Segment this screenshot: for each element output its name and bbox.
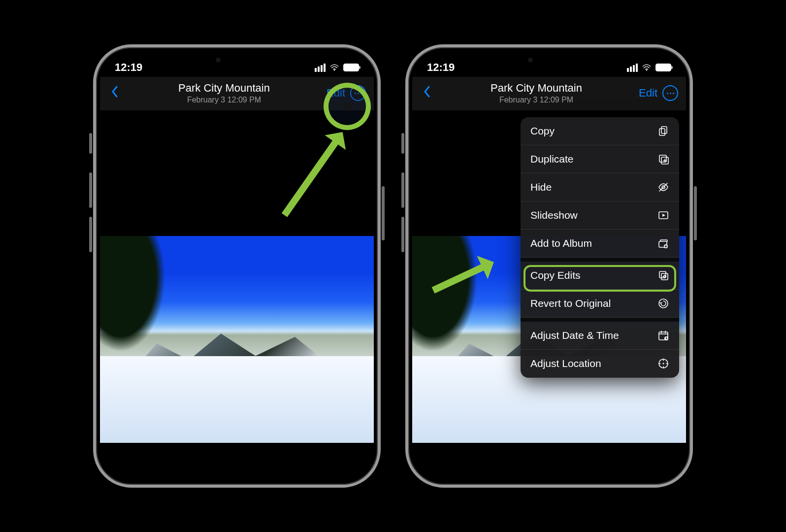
menu-item-hide[interactable]: Hide	[521, 173, 679, 201]
menu-item-album[interactable]: Add to Album	[521, 230, 679, 258]
menu-item-revert[interactable]: Revert to Original	[521, 290, 679, 318]
title-block: Park City Mountain February 3 12:09 PM	[434, 82, 639, 104]
status-time: 12:19	[427, 61, 455, 74]
menu-item-copy[interactable]: Copy	[521, 117, 679, 145]
svg-rect-3	[659, 129, 665, 135]
menu-divider	[521, 318, 679, 322]
hide-icon	[657, 181, 669, 193]
svg-point-17	[663, 363, 664, 365]
power-button	[382, 186, 385, 240]
menu-item-datetime[interactable]: Adjust Date & Time	[521, 322, 679, 350]
menu-item-label: Duplicate	[530, 153, 574, 165]
menu-item-label: Adjust Location	[530, 358, 601, 369]
volume-up-button	[89, 172, 92, 208]
menu-item-label: Adjust Date & Time	[530, 330, 619, 341]
annotation-arrow	[282, 136, 341, 217]
svg-point-13	[659, 299, 668, 308]
slideshow-icon	[657, 209, 669, 221]
nav-header: Park City Mountain February 3 12:09 PM E…	[412, 77, 686, 110]
volume-up-button	[401, 172, 404, 208]
status-time: 12:19	[115, 61, 142, 74]
page-title: Park City Mountain	[122, 82, 327, 95]
ellipsis-icon	[667, 93, 674, 94]
phone-right: 12:19 Park City Mountain February 3 12:0…	[405, 44, 693, 488]
menu-item-duplicate[interactable]: Duplicate	[521, 145, 679, 173]
menu-item-label: Slideshow	[530, 209, 578, 221]
mute-switch	[401, 133, 404, 154]
menu-item-label: Revert to Original	[530, 298, 611, 309]
svg-point-0	[334, 69, 335, 70]
title-block: Park City Mountain February 3 12:09 PM	[122, 82, 327, 104]
volume-down-button	[401, 217, 404, 252]
photo-content[interactable]	[100, 236, 374, 443]
wifi-icon	[642, 64, 652, 71]
notch	[497, 51, 601, 69]
battery-icon	[343, 64, 359, 71]
datetime-icon	[657, 330, 669, 341]
phone-left: 12:19 Park City Mountain February 3 12:0…	[93, 44, 381, 488]
edit-button[interactable]: Edit	[639, 87, 657, 100]
phone-screen: 12:19 Park City Mountain February 3 12:0…	[412, 51, 686, 481]
menu-item-slideshow[interactable]: Slideshow	[521, 201, 679, 230]
cellular-icon	[315, 64, 326, 72]
phone-screen: 12:19 Park City Mountain February 3 12:0…	[100, 51, 374, 481]
menu-item-label: Add to Album	[530, 237, 592, 249]
volume-down-button	[89, 217, 92, 252]
menu-item-label: Copy	[530, 125, 555, 137]
svg-rect-4	[659, 155, 666, 162]
revert-icon	[657, 298, 669, 309]
menu-item-copyedits[interactable]: Copy Edits	[521, 262, 679, 290]
menu-item-location[interactable]: Adjust Location	[521, 350, 679, 378]
power-button	[694, 186, 697, 240]
album-icon	[657, 237, 669, 249]
mute-switch	[89, 133, 92, 154]
svg-point-1	[646, 69, 647, 70]
status-icons	[315, 64, 359, 72]
menu-divider	[521, 258, 679, 262]
chevron-left-icon	[111, 85, 119, 98]
back-button[interactable]	[420, 85, 434, 101]
status-icons	[627, 64, 671, 72]
chevron-left-icon	[423, 85, 431, 98]
context-menu: CopyDuplicateHideSlideshowAdd to AlbumCo…	[521, 117, 679, 378]
copyedits-icon	[657, 269, 669, 281]
page-title: Park City Mountain	[434, 82, 639, 95]
back-button[interactable]	[108, 85, 122, 101]
copy-icon	[657, 125, 669, 137]
svg-rect-2	[661, 127, 667, 133]
location-icon	[657, 358, 669, 369]
menu-item-label: Hide	[530, 181, 552, 193]
cellular-icon	[627, 64, 638, 72]
wifi-icon	[329, 64, 339, 71]
page-subtitle: February 3 12:09 PM	[122, 96, 327, 104]
duplicate-icon	[657, 153, 669, 165]
battery-icon	[655, 64, 671, 71]
more-button[interactable]	[662, 85, 678, 101]
page-subtitle: February 3 12:09 PM	[434, 96, 639, 104]
menu-item-label: Copy Edits	[530, 269, 581, 281]
notch	[185, 51, 289, 69]
svg-rect-11	[661, 273, 668, 280]
